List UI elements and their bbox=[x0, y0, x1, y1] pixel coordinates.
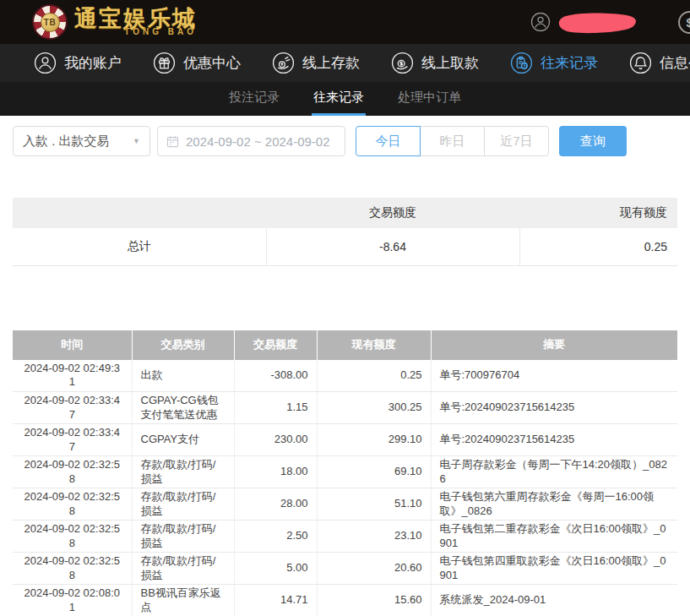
cell-amount: 2.50 bbox=[234, 521, 317, 553]
cell-amount: 18.00 bbox=[234, 456, 317, 488]
col-header-time: 时间 bbox=[13, 330, 132, 360]
account-area bbox=[530, 10, 639, 35]
summary-table: 交易额度 现有额度 总计 -8.64 0.25 bbox=[13, 198, 677, 266]
date-range-input[interactable]: 2024-09-02 ~ 2024-09-02 bbox=[157, 126, 345, 156]
page-content: 入款 . 出款交易 ▼ 2024-09-02 ~ 2024-09-02 今日 昨… bbox=[0, 116, 690, 616]
cell-amount: -308.00 bbox=[234, 360, 317, 392]
account-icon bbox=[34, 52, 57, 74]
summary-total-label: 总计 bbox=[13, 228, 266, 265]
cell-time: 2024-09-02 02:33:47 bbox=[13, 424, 132, 456]
summary-amount-value: -8.64 bbox=[266, 228, 519, 265]
cell-summary: 系统派发_2024-09-01 bbox=[431, 585, 677, 616]
filter-bar: 入款 . 出款交易 ▼ 2024-09-02 ~ 2024-09-02 今日 昨… bbox=[13, 126, 677, 156]
range-yesterday-button[interactable]: 昨日 bbox=[420, 126, 485, 156]
summary-total-row: 总计 -8.64 0.25 bbox=[13, 228, 677, 265]
range-today-button[interactable]: 今日 bbox=[356, 126, 421, 156]
cell-summary: 电子钱包第六重周存款彩金《每周一16:00领取》_0826 bbox=[431, 488, 677, 521]
cell-balance: 300.25 bbox=[317, 392, 431, 424]
cell-summary: 单号:202409023715614235 bbox=[431, 392, 677, 424]
tab-transaction-records[interactable]: 往来记录 bbox=[312, 82, 366, 116]
search-button[interactable]: 查询 bbox=[559, 126, 627, 156]
table-row: 2024-09-02 02:32:58存款/取款/打码/损益2.5023.10电… bbox=[13, 521, 677, 553]
summary-header-row: 交易额度 现有额度 bbox=[13, 198, 677, 228]
nav-item-deposit[interactable]: 线上存款 bbox=[272, 52, 360, 74]
main-nav: 我的账户 优惠中心 线上存款 线上取款 bbox=[0, 44, 690, 82]
cell-balance: 51.10 bbox=[317, 488, 431, 521]
range-last7days-button[interactable]: 近7日 bbox=[484, 126, 549, 156]
cell-type: 存款/取款/打码/损益 bbox=[132, 488, 234, 521]
nav-item-transactions[interactable]: 往来记录 bbox=[510, 52, 598, 74]
cell-balance: 299.10 bbox=[317, 424, 431, 456]
transactions-body: 2024-09-02 02:49:31出款-308.000.25单号:70097… bbox=[13, 360, 677, 616]
col-header-amount: 交易额度 bbox=[234, 330, 317, 360]
selected-type: 入款 . 出款交易 bbox=[23, 134, 110, 150]
quick-range-group: 今日 昨日 近7日 bbox=[356, 126, 549, 156]
nav-label: 往来记录 bbox=[541, 53, 598, 73]
bell-icon bbox=[629, 52, 652, 74]
brand-text: 通宝娱乐城 TONG BAO bbox=[74, 8, 197, 36]
col-header-balance: 现有额度 bbox=[317, 330, 431, 360]
cell-time: 2024-09-02 02:32:58 bbox=[13, 521, 132, 553]
nav-label: 我的账户 bbox=[64, 53, 122, 73]
cell-amount: 28.00 bbox=[234, 488, 317, 521]
summary-header-amount: 交易额度 bbox=[266, 198, 519, 228]
date-range-value: 2024-09-02 ~ 2024-09-02 bbox=[186, 134, 330, 149]
cell-balance: 23.10 bbox=[317, 521, 431, 553]
cell-amount: 14.71 bbox=[234, 585, 317, 616]
cell-balance: 69.10 bbox=[317, 456, 431, 488]
cell-time: 2024-09-02 02:32:58 bbox=[13, 553, 132, 585]
table-row: 2024-09-02 02:32:58存款/取款/打码/损益18.0069.10… bbox=[13, 456, 677, 488]
nav-label: 线上取款 bbox=[421, 53, 479, 73]
sub-nav: 投注记录 往来记录 处理中订单 bbox=[0, 82, 690, 116]
cell-summary: 单号:202409023715614235 bbox=[431, 424, 677, 456]
cell-type: CGPAY支付 bbox=[132, 424, 234, 456]
transaction-type-select[interactable]: 入款 . 出款交易 ▼ bbox=[13, 126, 150, 156]
tab-pending-orders[interactable]: 处理中订单 bbox=[396, 82, 463, 116]
table-row: 2024-09-02 02:33:47CGPAY-CG钱包支付笔笔送优惠1.15… bbox=[13, 392, 677, 424]
col-header-summary: 摘要 bbox=[431, 330, 677, 360]
nav-item-withdraw[interactable]: 线上取款 bbox=[391, 52, 479, 74]
cell-time: 2024-09-02 02:08:01 bbox=[13, 585, 132, 616]
table-row: 2024-09-02 02:32:58存款/取款/打码/损益5.0020.60电… bbox=[13, 553, 677, 585]
poker-chip-icon: TB bbox=[32, 4, 68, 40]
cell-balance: 15.60 bbox=[317, 585, 431, 616]
cell-type: 存款/取款/打码/损益 bbox=[132, 553, 234, 585]
chip-monogram: TB bbox=[41, 13, 60, 32]
username-redaction bbox=[552, 12, 639, 35]
table-row: 2024-09-02 02:32:58存款/取款/打码/损益28.0051.10… bbox=[13, 488, 677, 521]
cell-summary: 电子钱包第四重取款彩金《次日16:00领取》_0901 bbox=[431, 553, 677, 585]
cell-type: BB视讯百家乐返点 bbox=[132, 585, 234, 616]
nav-label: 优惠中心 bbox=[183, 53, 241, 73]
cell-balance: 20.60 bbox=[317, 553, 431, 585]
summary-header-empty bbox=[13, 198, 266, 228]
cell-time: 2024-09-02 02:33:47 bbox=[13, 392, 132, 424]
user-icon bbox=[530, 12, 551, 32]
cell-summary: 单号:700976704 bbox=[431, 360, 677, 392]
col-header-type: 交易类别 bbox=[132, 330, 234, 360]
nav-item-my-account[interactable]: 我的账户 bbox=[34, 52, 122, 74]
table-row: 2024-09-02 02:33:47CGPAY支付230.00299.10单号… bbox=[13, 424, 677, 456]
chevron-down-icon: ▼ bbox=[133, 137, 140, 145]
cell-time: 2024-09-02 02:32:58 bbox=[13, 488, 132, 521]
table-row: 2024-09-02 02:08:01BB视讯百家乐返点14.7115.60系统… bbox=[13, 585, 677, 616]
nav-item-announcements[interactable]: 信息公告 bbox=[629, 52, 690, 74]
brand-subtitle: TONG BAO bbox=[124, 28, 197, 36]
nav-label: 线上存款 bbox=[302, 53, 360, 73]
withdraw-icon bbox=[391, 52, 414, 74]
top-bar: TB 通宝娱乐城 TONG BAO $ bbox=[0, 0, 690, 44]
clipboard-clock-icon bbox=[510, 52, 533, 74]
currency-icon[interactable]: $ bbox=[678, 11, 690, 34]
cell-amount: 230.00 bbox=[234, 424, 317, 456]
tab-bet-records[interactable]: 投注记录 bbox=[227, 82, 281, 116]
nav-item-promotions[interactable]: 优惠中心 bbox=[153, 52, 241, 74]
table-row: 2024-09-02 02:49:31出款-308.000.25单号:70097… bbox=[13, 360, 677, 392]
transactions-table: 时间 交易类别 交易额度 现有额度 摘要 2024-09-02 02:49:31… bbox=[13, 330, 677, 616]
cell-balance: 0.25 bbox=[317, 360, 431, 392]
deposit-icon bbox=[272, 52, 295, 74]
nav-label: 信息公告 bbox=[660, 53, 690, 73]
cell-type: 存款/取款/打码/损益 bbox=[132, 456, 234, 488]
cell-type: 存款/取款/打码/损益 bbox=[132, 521, 234, 553]
cell-amount: 5.00 bbox=[234, 553, 317, 585]
cell-time: 2024-09-02 02:49:31 bbox=[13, 360, 132, 392]
brand-logo[interactable]: TB 通宝娱乐城 TONG BAO bbox=[32, 4, 197, 40]
